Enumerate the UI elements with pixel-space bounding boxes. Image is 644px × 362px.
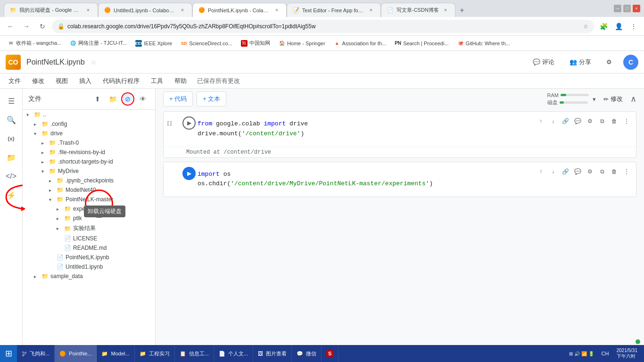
tree-item-trash[interactable]: ▸ 📁 .Trash-0 xyxy=(23,138,155,148)
move-down-button[interactable]: ↓ xyxy=(547,115,559,127)
colab-filename[interactable]: PointNetLK.ipynb xyxy=(26,58,85,66)
settings-button[interactable]: ⋮ xyxy=(627,20,640,33)
menu-help[interactable]: 帮助 xyxy=(170,75,191,87)
tab-cloud[interactable]: 📁 我的云端硬盘 - Google 云端... × xyxy=(4,3,98,17)
tab-csdn[interactable]: 📄 写文章-CSDN博客 × xyxy=(381,3,455,17)
cell-2-run-button[interactable]: ▶ xyxy=(182,167,196,180)
tree-item-sample-data[interactable]: ▸ 📁 sample_data xyxy=(23,272,155,281)
minimize-button[interactable]: ─ xyxy=(614,5,621,12)
comment-button[interactable]: 💬 评论 xyxy=(529,56,558,68)
taskbar-item-model[interactable]: 📁 Model... xyxy=(97,345,134,362)
code-snippets-button[interactable]: </> xyxy=(3,168,20,185)
close-button[interactable]: × xyxy=(633,5,640,12)
tab-close-1[interactable]: × xyxy=(84,7,92,14)
move-up-button[interactable]: ↑ xyxy=(535,115,546,127)
upload-file-button[interactable]: ⬆ xyxy=(91,92,104,106)
tree-item-mydrive[interactable]: ▾ 📁 MyDrive xyxy=(23,166,155,176)
tree-item-modelnet[interactable]: ▸ 📁 ModelNet40 xyxy=(23,185,155,195)
maximize-button[interactable]: □ xyxy=(623,5,631,12)
search-sidebar-button[interactable]: 🔍 xyxy=(3,111,20,128)
tree-item-pointnetlk-ipynb[interactable]: ▸ 📄 PointNetLK.ipynb xyxy=(23,253,155,262)
refresh-button[interactable]: 👁 xyxy=(136,92,149,106)
tab-close-4[interactable]: × xyxy=(367,7,375,14)
taskbar-item-personal[interactable]: 📄 个人文... xyxy=(214,345,253,362)
user-avatar[interactable]: C xyxy=(623,55,638,70)
menu-edit[interactable]: 修改 xyxy=(27,75,49,87)
tab-texteditor[interactable]: 📝 Text Editor - Free App for Ed... × xyxy=(287,3,381,17)
taskbar-item-pointnet[interactable]: 🟠 PointNe... xyxy=(55,345,97,362)
copy-cell-button[interactable]: ⧉ xyxy=(596,115,608,127)
tree-item-drive[interactable]: ▾ 📁 drive xyxy=(23,129,155,138)
bookmark-proceedings[interactable]: PN Search | Proceedi... xyxy=(391,38,452,49)
tab-untitled[interactable]: 🟠 Untitled1.ipynb - Colaborato... × xyxy=(98,3,192,17)
tree-item-root[interactable]: ▾ 📁 .. xyxy=(23,110,155,119)
menu-view[interactable]: 视图 xyxy=(51,75,73,87)
comment-cell-button[interactable]: 💬 xyxy=(572,115,583,127)
profile-button[interactable]: 👤 xyxy=(612,20,625,33)
address-bar[interactable]: 🔒 colab.research.google.com/drive/16Ppdv… xyxy=(52,20,594,33)
colab-star-button[interactable]: ☆ xyxy=(91,58,97,66)
tab-close-3[interactable]: × xyxy=(273,7,281,14)
bookmark-github[interactable]: 🐙 GitHub: Where th... xyxy=(454,38,514,49)
taskbar-ime[interactable]: CH xyxy=(599,345,612,362)
cell2-comment-button[interactable]: 💬 xyxy=(572,166,583,177)
new-folder-button[interactable]: 📁 xyxy=(106,92,119,106)
bookmark-springer[interactable]: 🏠 Home - Springer xyxy=(275,38,329,49)
bookmark-acm[interactable]: ▲ Association for th... xyxy=(330,38,390,49)
variable-explorer-button[interactable]: {x} xyxy=(3,130,20,147)
back-button[interactable]: ← xyxy=(4,20,17,33)
tree-item-filerev[interactable]: ▸ 📁 .file-revisions-by-id xyxy=(23,148,155,157)
taskbar-item-engineering[interactable]: 📁 工程实习 xyxy=(135,345,175,362)
edit-button[interactable]: ✏ 修改 xyxy=(600,93,627,105)
taskbar-item-info[interactable]: 📋 信息工... xyxy=(175,345,214,362)
files-button[interactable]: 📁 xyxy=(3,149,20,166)
taskbar-item-feige[interactable]: 🕊 飞鸽和... xyxy=(17,345,55,362)
new-tab-button[interactable]: + xyxy=(455,4,469,17)
menu-toggle-button[interactable]: ☰ xyxy=(3,92,20,109)
add-text-button[interactable]: + 文本 xyxy=(197,91,226,107)
tree-item-config[interactable]: ▸ 📁 .config xyxy=(23,119,155,129)
taskbar-more-icons[interactable]: ⊞ 🔊 📶 🔋 xyxy=(566,345,596,362)
bookmark-network[interactable]: 🌐 网络注册 - TJCU-IT... xyxy=(66,38,131,49)
menu-insert[interactable]: 插入 xyxy=(74,75,96,87)
bookmark-science[interactable]: SD ScienceDirect.co... xyxy=(177,38,236,49)
tab-close-5[interactable]: × xyxy=(442,7,449,14)
cell-1-run-button[interactable]: ▶ xyxy=(182,116,196,130)
tree-item-readme[interactable]: ▸ 📄 README.md xyxy=(23,243,155,253)
settings-cell-button[interactable]: ⚙ xyxy=(584,115,595,127)
unmount-drive-button[interactable]: ⊘ xyxy=(121,92,134,106)
cell2-copy-button[interactable]: ⧉ xyxy=(596,166,608,177)
share-button[interactable]: 👥 分享 xyxy=(566,56,595,68)
bookmark-ieee[interactable]: IEEE IEEE Xplore xyxy=(132,38,176,49)
start-button[interactable]: ⊞ xyxy=(0,345,17,362)
taskbar-item-wechat[interactable]: 💬 微信 xyxy=(292,345,322,362)
delete-cell-button[interactable]: 🗑 xyxy=(609,115,620,127)
refresh-button[interactable]: ↻ xyxy=(36,20,49,33)
cell2-settings-button[interactable]: ⚙ xyxy=(584,166,595,177)
menu-tools[interactable]: 工具 xyxy=(146,75,168,87)
tree-item-results[interactable]: ▸ 📁 实验结果 xyxy=(23,223,155,234)
tab-close-2[interactable]: × xyxy=(179,7,186,14)
bookmark-cnki[interactable]: 知 中国知网 xyxy=(237,38,274,49)
menu-runtime[interactable]: 代码执行程序 xyxy=(98,75,144,87)
link-button[interactable]: 🔗 xyxy=(560,115,571,127)
taskbar-item-sogou[interactable]: S xyxy=(322,345,339,362)
taskbar-item-photos[interactable]: 🖼 图片查看 xyxy=(253,345,292,362)
tree-item-shortcut[interactable]: ▸ 📁 .shortcut-targets-by-id xyxy=(23,157,155,166)
bookmark-mail[interactable]: ✉ 收件箱 - wangcha... xyxy=(4,38,65,49)
star-icon[interactable]: ☆ xyxy=(583,23,588,30)
forward-button[interactable]: → xyxy=(20,20,33,33)
settings-gear-button[interactable]: ⚙ xyxy=(603,57,616,67)
tree-item-checkpoints[interactable]: ▸ 📁 .ipynb_checkpoints xyxy=(23,176,155,185)
dropdown-arrow[interactable]: ▾ xyxy=(593,96,596,103)
more-cell-button[interactable]: ⋮ xyxy=(621,115,632,127)
extensions-button[interactable]: 🧩 xyxy=(597,20,610,33)
cell2-more-button[interactable]: ⋮ xyxy=(621,166,632,177)
cell2-delete-button[interactable]: 🗑 xyxy=(609,166,620,177)
taskbar-datetime[interactable]: 2021/5/31下午六时 xyxy=(614,345,641,362)
add-code-button[interactable]: + 代码 xyxy=(163,91,193,107)
tree-item-untitled-ipynb[interactable]: ▸ 📄 Untitled1.ipynb xyxy=(23,262,155,272)
cell2-move-up-button[interactable]: ↑ xyxy=(535,166,546,177)
tree-item-license[interactable]: ▸ 📄 LICENSE xyxy=(23,234,155,243)
command-palette-button[interactable]: ⚡ xyxy=(3,187,20,204)
